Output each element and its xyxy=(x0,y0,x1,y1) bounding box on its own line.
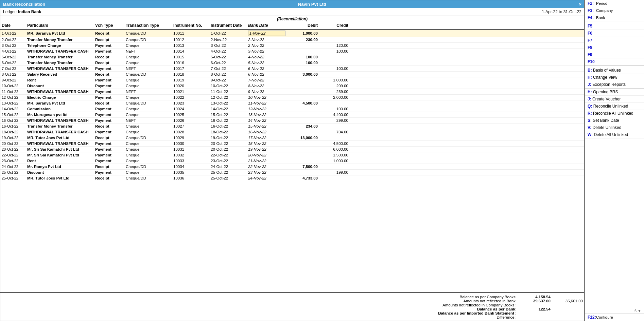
ledger-name: Indian Bank xyxy=(18,10,41,14)
close-button[interactable]: × xyxy=(579,2,581,7)
cell-instdate: 9-Oct-22 xyxy=(211,78,248,82)
cell-credit: 100.00 xyxy=(318,67,348,71)
cell-instdate: 6-Oct-22 xyxy=(211,61,248,65)
footer-totals: Balance as per Company Books: 4,158.54 A… xyxy=(2,295,583,319)
table-row[interactable]: 18-Oct-22 WITHDRAWAL TRANSFER CASH Payme… xyxy=(0,129,584,135)
cell-debit: 230.00 xyxy=(285,38,318,42)
sidebar-delete-unlinked[interactable]: V: Delete Unlinked xyxy=(585,124,644,131)
cell-date: 10-Oct-22 xyxy=(2,84,27,88)
cell-vchtype: Payment xyxy=(95,95,126,99)
table-row[interactable]: 20-Oct-22 Mr. Sri Sai Kamatchi Pvt Ltd P… xyxy=(0,147,584,152)
table-row[interactable]: 22-Oct-22 Mr. Sri Sai Kamatchi Pvt Ltd P… xyxy=(0,152,584,158)
cell-instno: 10021 xyxy=(173,90,211,94)
table-row[interactable]: 23-Oct-22 Rent Payment Cheque 10033 23-O… xyxy=(0,158,584,164)
date-range: 1-Apr-22 to 31-Oct-22 xyxy=(542,10,581,14)
cell-debit: 234.00 xyxy=(285,124,318,128)
cell-txntype: Cheque xyxy=(126,141,173,146)
sidebar-f4[interactable]: F4: Bank xyxy=(585,14,644,21)
sidebar-set-bank-date[interactable]: S: Set Bank Date xyxy=(585,117,644,124)
cell-bankdate: 9-Nov-22 xyxy=(248,90,285,94)
cell-txntype: Cheque/DD xyxy=(126,101,173,105)
sidebar-f8[interactable]: F8 xyxy=(585,44,644,51)
table-row[interactable]: 3-Oct-22 Telephone Charge Payment Cheque… xyxy=(0,43,584,49)
cell-instno: 10011 xyxy=(173,31,211,35)
table-row[interactable]: 1-Oct-22 MR. Saranya Pvt Ltd Receipt Che… xyxy=(0,30,584,37)
footer-label-balance-company: Balance as per Company Books: xyxy=(2,295,517,299)
sidebar-create-voucher[interactable]: J: Create Voucher xyxy=(585,96,644,103)
cell-vchtype: Receipt xyxy=(95,31,126,35)
table-row[interactable]: 2-Oct-22 Transfer Money Transfer Receipt… xyxy=(0,37,584,43)
cell-bankdate: 14-Nov-22 xyxy=(248,118,285,122)
sidebar-f5[interactable]: F5 xyxy=(585,23,644,30)
sidebar-exception-reports[interactable]: J: Exception Reports xyxy=(585,81,644,88)
table-row[interactable]: 15-Oct-22 Mr. Murugesan pvt ltd Payment … xyxy=(0,112,584,118)
cell-bankdate: 24-Nov-22 xyxy=(248,176,285,180)
cell-date: 15-Oct-22 xyxy=(2,113,27,117)
cell-txntype: Cheque xyxy=(126,130,173,134)
table-row[interactable]: 16-Oct-22 WITHDRAWAL TRANSFER CASH Payme… xyxy=(0,118,584,124)
sidebar-f7[interactable]: F7 xyxy=(585,37,644,44)
sidebar-f9[interactable]: F9 xyxy=(585,51,644,58)
cell-instno: 10029 xyxy=(173,136,211,140)
cell-txntype: Cheque xyxy=(126,107,173,111)
table-row[interactable]: 25-Oct-22 Discount Payment Cheque 10035 … xyxy=(0,170,584,175)
cell-vchtype: Payment xyxy=(95,107,126,111)
sidebar-change-view[interactable]: H: Change View xyxy=(585,74,644,81)
cell-instdate: 2-Nov-22 xyxy=(211,38,248,42)
sidebar-f3[interactable]: F3: Company xyxy=(585,7,644,14)
cell-instno: 10014 xyxy=(173,49,211,53)
cell-instdate: 16-Oct-22 xyxy=(211,124,248,128)
table-row[interactable]: 11-Oct-22 WITHDRAWAL TRANSFER CASH Payme… xyxy=(0,89,584,95)
cell-bankdate: 23-Nov-22 xyxy=(248,170,285,174)
table-row[interactable]: 16-Oct-22 Transfer Money Transfer Receip… xyxy=(0,124,584,129)
table-row[interactable]: 12-Oct-22 Electric Charge Payment Cheque… xyxy=(0,95,584,100)
table-row[interactable]: 9-Oct-22 Rent Payment Cheque 10019 9-Oct… xyxy=(0,77,584,83)
cell-instno: 10026 xyxy=(173,118,211,122)
sidebar-delete-all-unlinked[interactable]: W: Delete All Unlinked xyxy=(585,131,644,138)
cell-credit: 120.00 xyxy=(318,43,348,48)
cell-txntype: Cheque/DD xyxy=(126,72,173,76)
cell-instdate: 13-Oct-22 xyxy=(211,101,248,105)
table-row[interactable]: 24-Oct-22 Mr. Ramya Pvt Ltd Receipt Cheq… xyxy=(0,164,584,170)
cell-particulars: Electric Charge xyxy=(27,95,95,99)
sidebar-f10[interactable]: F10 xyxy=(585,58,644,65)
cell-particulars: WITHDRAWAL TRANSFER CASH xyxy=(27,118,95,122)
sidebar-reconcile-all-unlinked[interactable]: R: Reconcile All Unlinked xyxy=(585,110,644,117)
cell-instdate: 1-Oct-22 xyxy=(211,31,248,35)
table-row[interactable]: 13-Oct-22 MR. Saranya Pvt Ltd Receipt Ch… xyxy=(0,100,584,106)
table-row[interactable]: 6-Oct-22 Transfer Money Transfer Receipt… xyxy=(0,60,584,66)
table-row[interactable]: 25-Oct-22 MR. Tutor Joes Pvt Ltd Receipt… xyxy=(0,175,584,181)
cell-particulars: Mr. Ramya Pvt Ltd xyxy=(27,165,95,169)
cell-instno: 10036 xyxy=(173,176,211,180)
cell-instno: 10018 xyxy=(173,72,211,76)
table-row[interactable]: 19-Oct-22 MR. Tutor Joes Pvt Ltd Receipt… xyxy=(0,135,584,141)
cell-instno: 10032 xyxy=(173,153,211,157)
table-row[interactable]: 8-Oct-22 Salary Received Receipt Cheque/… xyxy=(0,72,584,77)
sidebar-reconcile-unlinked[interactable]: Q: Reconcile Unlinked xyxy=(585,103,644,110)
table-row[interactable]: 14-Oct-22 Commission Payment Cheque 1002… xyxy=(0,106,584,112)
table-row[interactable]: 20-Oct-22 WITHDRAWAL TRANSFER CASH Payme… xyxy=(0,141,584,147)
cell-date: 16-Oct-22 xyxy=(2,124,27,128)
footer-value-balance-bank: 122.54 xyxy=(517,307,551,311)
cell-instdate: 25-Oct-22 xyxy=(211,170,248,174)
cell-instno: 10019 xyxy=(173,78,211,82)
cell-txntype: Cheque xyxy=(126,55,173,59)
footer-label-amounts-company: Amounts not reflected in Company Books : xyxy=(2,303,517,307)
cell-instno: 10020 xyxy=(173,84,211,88)
cell-bankdate: 11-Nov-22 xyxy=(248,101,285,105)
cell-vchtype: Payment xyxy=(95,153,126,157)
table-row[interactable]: 5-Oct-22 Transfer Money Transfer Receipt… xyxy=(0,54,584,60)
table-row[interactable]: 10-Oct-22 Discount Payment Cheque 10020 … xyxy=(0,83,584,89)
table-row[interactable]: 7-Oct-22 WITHDRAWAL TRANSFER CASH Paymen… xyxy=(0,66,584,72)
sidebar-f6[interactable]: F6 xyxy=(585,30,644,37)
sidebar-f2[interactable]: F2: Period xyxy=(585,0,644,7)
sidebar-f12[interactable]: F12: Configure xyxy=(585,314,644,321)
sidebar-opening-brs[interactable]: H: Opening BRS xyxy=(585,89,644,96)
cell-bankdate: 18-Nov-22 xyxy=(248,141,285,146)
cell-instno: 10027 xyxy=(173,124,211,128)
cell-date: 18-Oct-22 xyxy=(2,130,27,134)
cell-date: 13-Oct-22 xyxy=(2,101,27,105)
sidebar-basis-of-values[interactable]: B: Basis of Values xyxy=(585,67,644,74)
cell-date: 25-Oct-22 xyxy=(2,176,27,180)
table-row[interactable]: 4-Oct-22 WITHDRAWAL TRANSFER CASH Paymen… xyxy=(0,49,584,54)
